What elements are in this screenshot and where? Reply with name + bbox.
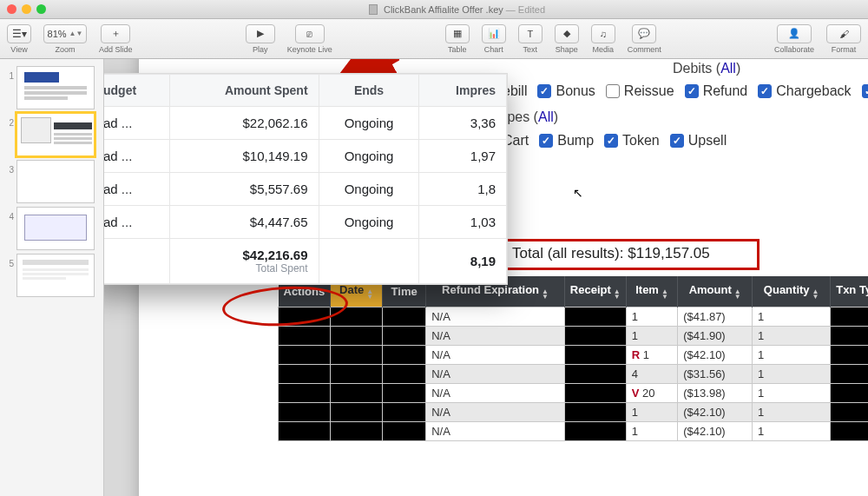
text-button[interactable]: T bbox=[518, 24, 542, 43]
slide-thumb-2[interactable] bbox=[16, 113, 95, 156]
cell-qty: 1 bbox=[753, 403, 831, 422]
media-button[interactable]: ♫ bbox=[591, 24, 615, 43]
rtypes-checkboxes: Cart✓Bump✓Token✓Upsell bbox=[484, 133, 727, 149]
checkbox-icon: ✓ bbox=[539, 134, 553, 148]
checkbox-label: Upsell bbox=[688, 133, 727, 149]
col-item[interactable]: Item▲▼ bbox=[626, 276, 678, 308]
view-button[interactable]: ☰▾ bbox=[7, 24, 31, 43]
checkbox-label: Refund bbox=[703, 83, 748, 99]
slide-canvas[interactable]: Role: -- ▲▼ Debits (All) ebill✓BonusReis… bbox=[104, 59, 868, 496]
cell-qty: 1 bbox=[753, 327, 831, 346]
checkbox-icon: ✓ bbox=[537, 84, 551, 98]
cell-refund: N/A bbox=[426, 384, 565, 403]
col-quantity[interactable]: Quantity▲▼ bbox=[753, 276, 831, 308]
cell-amount: ($31.56) bbox=[678, 365, 753, 384]
zoom-selector[interactable]: 81%▲▼ bbox=[43, 24, 87, 43]
cell-refund: N/A bbox=[426, 327, 565, 346]
checkbox-bonus[interactable]: ✓Bonus bbox=[537, 83, 595, 99]
table-row[interactable]: N/A 1 ($42.10) 1 bbox=[279, 422, 869, 441]
collaborate-button[interactable]: 👤 bbox=[777, 24, 812, 43]
checkbox-chargeback[interactable]: ✓Chargeback bbox=[758, 83, 851, 99]
sort-icon[interactable]: ▲▼ bbox=[734, 289, 741, 300]
sort-icon[interactable]: ▲▼ bbox=[542, 289, 549, 300]
fb-row-ends: Ongoing bbox=[319, 107, 419, 140]
checkbox-icon: ✓ bbox=[685, 84, 699, 98]
view-label: View bbox=[10, 45, 27, 54]
table-row[interactable]: N/A 4 ($31.56) 1 k bbox=[279, 365, 869, 384]
checkbox-icon: ✓ bbox=[604, 134, 618, 148]
checkbox-label: Bonus bbox=[556, 83, 595, 99]
fb-row-spent: $22,062.16 bbox=[170, 107, 319, 140]
checkbox-label: Bump bbox=[557, 133, 594, 149]
cell-qty: 1 bbox=[753, 365, 831, 384]
cursor-icon: ↖ bbox=[573, 186, 583, 200]
shape-button[interactable]: ◆ bbox=[555, 24, 579, 43]
cell-item: 1 bbox=[626, 422, 678, 441]
table-button[interactable]: ▦ bbox=[445, 24, 470, 43]
table-row[interactable]: N/A 1 ($42.10) 1 bbox=[279, 403, 869, 422]
checkbox-upsell[interactable]: ✓Upsell bbox=[670, 133, 727, 149]
slide-navigator[interactable]: 1 2 3 4 5 bbox=[0, 59, 104, 496]
col-impres: Impres bbox=[419, 75, 507, 107]
checkbox-label: Reissue bbox=[624, 83, 674, 99]
comment-label: Comment bbox=[628, 45, 661, 54]
sort-icon[interactable]: ▲▼ bbox=[812, 289, 819, 300]
slide-thumb-1[interactable] bbox=[16, 66, 95, 109]
sort-icon[interactable]: ▲▼ bbox=[661, 289, 668, 300]
checkbox-reissue[interactable]: Reissue bbox=[606, 83, 674, 99]
fb-row-name: ad ... bbox=[104, 206, 170, 239]
cell-qty: 1 bbox=[753, 384, 831, 403]
col-amount[interactable]: Amount▲▼ bbox=[678, 276, 753, 308]
fb-row-spent: $10,149.19 bbox=[170, 140, 319, 173]
cell-amount: ($42.10) bbox=[678, 403, 753, 422]
facebook-ads-overlay: udget Amount Spent Ends Impres ad ... $2… bbox=[104, 73, 508, 285]
cell-qty: 1 bbox=[753, 308, 831, 327]
fb-row-name: ad ... bbox=[104, 140, 170, 173]
cell-refund: N/A bbox=[426, 308, 565, 327]
results-table: Actions Date▲▼ Time Refund Expiration▲▼ … bbox=[278, 276, 868, 441]
slide-thumb-4[interactable] bbox=[16, 207, 95, 250]
debits-all-link[interactable]: All bbox=[720, 61, 736, 76]
sort-icon[interactable]: ▲▼ bbox=[614, 289, 621, 300]
format-button[interactable]: 🖌 bbox=[826, 24, 861, 43]
app-toolbar: ☰▾ View 81%▲▼ Zoom ＋ Add Slide ▶ Play ⎚ … bbox=[0, 19, 868, 59]
table-row[interactable]: N/A V 20 ($13.98) 1 k bbox=[279, 384, 869, 403]
close-icon[interactable] bbox=[7, 4, 16, 14]
table-row[interactable]: N/A R 1 ($42.10) 1 bbox=[279, 346, 869, 365]
media-label: Media bbox=[593, 45, 615, 54]
col-receipt[interactable]: Receipt▲▼ bbox=[564, 276, 626, 308]
checkbox-icon: ✓ bbox=[758, 84, 772, 98]
checkbox-icon: ✓ bbox=[670, 134, 684, 148]
cell-item: R 1 bbox=[626, 346, 678, 365]
rtypes-all-link[interactable]: All bbox=[538, 109, 554, 124]
slide-thumb-5[interactable] bbox=[16, 254, 95, 297]
checkbox-bump[interactable]: ✓Bump bbox=[539, 133, 594, 149]
col-amount-spent: Amount Spent bbox=[170, 75, 319, 107]
checkbox-token[interactable]: ✓Token bbox=[604, 133, 660, 149]
svg-line-0 bbox=[380, 59, 399, 68]
keynote-live-button[interactable]: ⎚ bbox=[295, 24, 325, 43]
chart-button[interactable]: 📊 bbox=[482, 24, 506, 43]
cell-item: 4 bbox=[626, 365, 678, 384]
comment-button[interactable]: 💬 bbox=[632, 24, 656, 43]
cell-item: 1 bbox=[626, 308, 678, 327]
play-button[interactable]: ▶ bbox=[246, 24, 275, 43]
slide-thumb-3[interactable] bbox=[16, 160, 95, 203]
play-label: Play bbox=[253, 45, 268, 54]
cell-amount: ($41.90) bbox=[678, 327, 753, 346]
fb-row-imp: 1,97 bbox=[419, 140, 507, 173]
window-titlebar: ClickBank Affialite Offer .key — Edited bbox=[0, 0, 868, 19]
cell-refund: N/A bbox=[426, 403, 565, 422]
minimize-icon[interactable] bbox=[22, 4, 31, 14]
cell-item: V 20 bbox=[626, 384, 678, 403]
table-row[interactable]: N/A 1 ($41.90) 1 bbox=[279, 327, 869, 346]
fullscreen-icon[interactable] bbox=[36, 4, 46, 14]
table-row[interactable]: N/A 1 ($41.87) 1 bbox=[279, 308, 869, 327]
sort-icon[interactable]: ▲▼ bbox=[366, 289, 373, 300]
checkbox-icon: ✓ bbox=[862, 84, 868, 98]
checkbox-bounced[interactable]: ✓Bounced bbox=[862, 83, 868, 99]
checkbox-refund[interactable]: ✓Refund bbox=[685, 83, 748, 99]
add-slide-button[interactable]: ＋ bbox=[101, 24, 130, 43]
total-results-line: Total (all results): $119,157.05 bbox=[512, 245, 710, 262]
col-txn-type[interactable]: Txn Type▲▼ bbox=[831, 276, 868, 308]
